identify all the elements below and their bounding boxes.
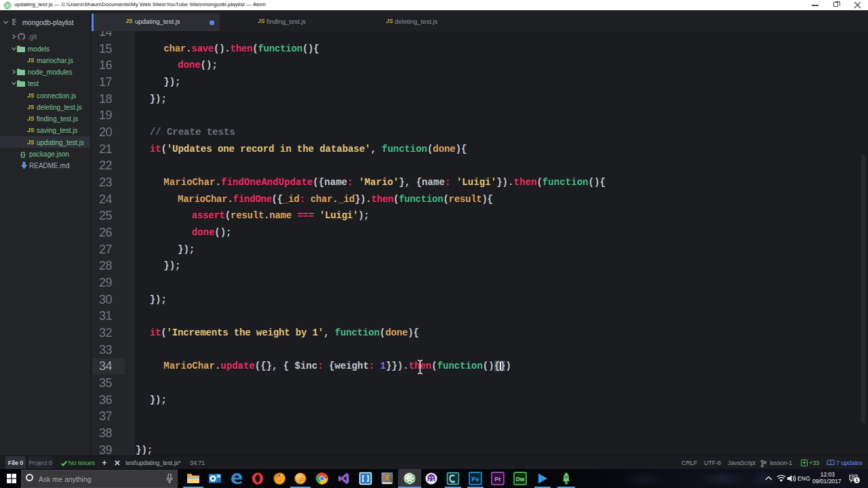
svg-text:Pr: Pr [494,476,501,483]
svg-text:Ps: Ps [471,476,479,483]
svg-text:Dw: Dw [516,476,525,483]
